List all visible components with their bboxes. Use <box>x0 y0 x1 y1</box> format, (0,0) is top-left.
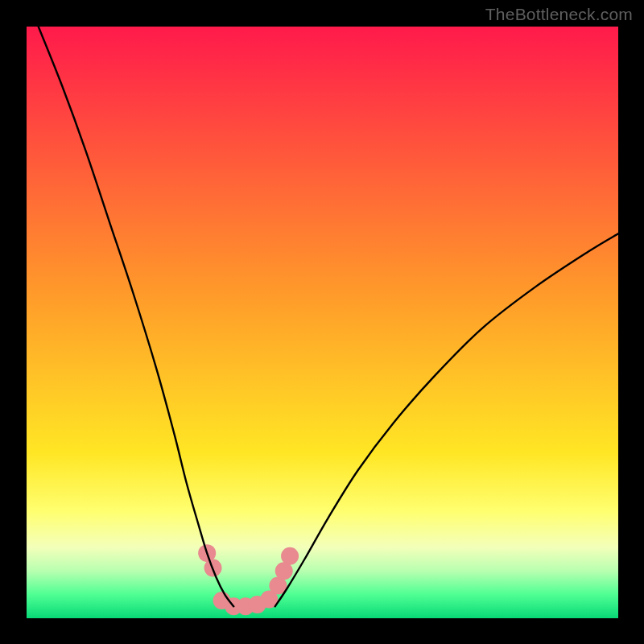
bottleneck-chart <box>0 0 644 644</box>
valley-marker <box>281 547 299 565</box>
chart-frame: TheBottleneck.com <box>0 0 644 644</box>
